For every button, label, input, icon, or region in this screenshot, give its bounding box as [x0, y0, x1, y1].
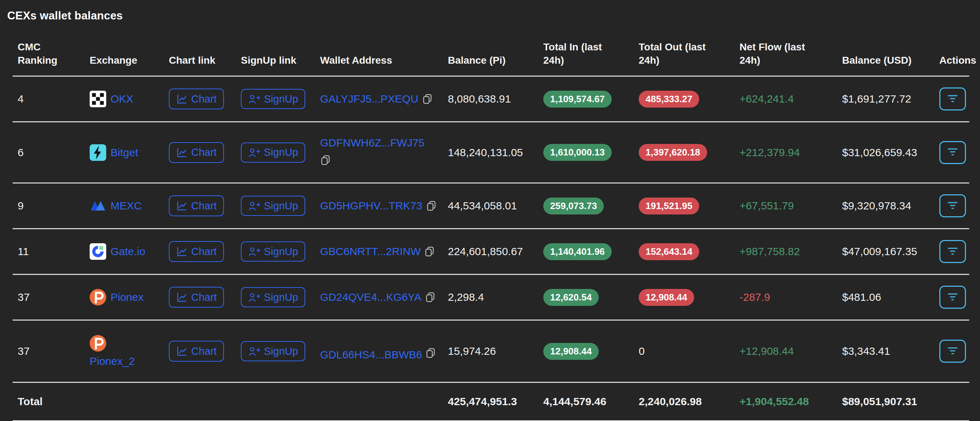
chart-link-button[interactable]: Chart: [169, 241, 224, 262]
wallet-address-link[interactable]: GD5HGPHV...TRK73: [320, 200, 422, 212]
col-header-wallet-address: Wallet Address: [315, 22, 443, 76]
copy-icon[interactable]: [422, 94, 433, 104]
net-flow-value: +624,241.4: [740, 93, 794, 105]
total-in-badge: 1,109,574.67: [543, 91, 612, 108]
total-out-badge: 485,333.27: [639, 91, 699, 108]
col-header-label: Chart link: [169, 54, 215, 67]
cmc-ranking-cell: 6: [13, 122, 84, 183]
col-header-label: Total Out (last 24h): [639, 40, 716, 67]
cmc-ranking-cell: 37: [13, 275, 84, 320]
chart-line-icon: [176, 246, 188, 257]
copy-icon[interactable]: [425, 348, 436, 358]
total-in-badge: 12,908.44: [543, 343, 599, 360]
exchange-link[interactable]: OKX: [111, 93, 133, 105]
wallet-address-cell: GDFNWH6Z...FWJ75: [320, 137, 438, 168]
col-header-total-out: Total Out (last 24h): [634, 22, 735, 76]
total-in-badge: 1,140,401.96: [543, 243, 612, 260]
filter-icon: [947, 148, 958, 157]
wallet-address-link[interactable]: GALYJFJ5...PXEQU: [320, 93, 418, 105]
signup-link-button[interactable]: SignUp: [241, 196, 305, 216]
total-out-value: 0: [639, 345, 645, 357]
net-flow-value: +12,908.44: [740, 345, 794, 357]
chart-link-button[interactable]: Chart: [169, 142, 224, 163]
actions-filter-button[interactable]: [939, 340, 966, 363]
signup-link-button[interactable]: SignUp: [241, 89, 305, 109]
chart-link-button[interactable]: Chart: [169, 195, 224, 216]
exchange-cell: Gate.io: [90, 243, 159, 260]
table-row: 11 Gate.io Chart SignUp GBC6NRTT...2RINW: [13, 229, 969, 275]
signup-button-label: SignUp: [264, 246, 298, 257]
chart-link-button[interactable]: Chart: [169, 89, 224, 110]
actions-filter-button[interactable]: [939, 194, 966, 217]
copy-icon[interactable]: [424, 246, 435, 257]
col-header-label: Exchange: [90, 54, 137, 67]
col-header-chart-link: Chart link: [164, 22, 236, 76]
exchange-link[interactable]: Gate.io: [111, 245, 145, 257]
chart-button-label: Chart: [191, 201, 217, 211]
chart-link-button[interactable]: Chart: [169, 341, 224, 362]
chart-button-label: Chart: [191, 292, 217, 303]
signup-link-button[interactable]: SignUp: [241, 341, 305, 361]
total-out-badge: 191,521.95: [639, 197, 699, 214]
chart-line-icon: [176, 93, 188, 105]
balance-usd-cell: $31,026,659.43: [837, 122, 934, 183]
bitget-icon: [90, 144, 106, 161]
okx-icon: [90, 91, 106, 107]
exchange-link[interactable]: Bitget: [111, 146, 138, 159]
exchange-cell: MEXC: [90, 197, 159, 214]
signup-button-label: SignUp: [264, 94, 298, 104]
actions-filter-button[interactable]: [939, 286, 966, 309]
actions-filter-button[interactable]: [939, 141, 966, 164]
net-flow-value: +67,551.79: [740, 200, 794, 211]
copy-icon[interactable]: [425, 292, 436, 303]
exchange-link[interactable]: Pionex_2: [90, 355, 135, 367]
user-plus-icon: [248, 246, 260, 257]
cmc-ranking-cell: 4: [13, 76, 84, 122]
signup-button-label: SignUp: [264, 147, 298, 157]
pionex-icon: [90, 335, 106, 351]
balance-usd-cell: $1,691,277.72: [837, 76, 934, 122]
signup-link-button[interactable]: SignUp: [241, 287, 305, 307]
user-plus-icon: [248, 200, 260, 211]
exchange-link[interactable]: MEXC: [111, 200, 142, 212]
signup-link-button[interactable]: SignUp: [241, 143, 305, 163]
exchange-cell: Pionex: [90, 289, 159, 305]
filter-icon: [947, 247, 958, 257]
balance-pi-cell: 224,601,850.67: [443, 229, 538, 275]
cmc-ranking-cell: 11: [13, 229, 84, 275]
total-out-value: 2,240,026.98: [634, 383, 735, 421]
col-header-net-flow: Net Flow (last 24h): [735, 22, 837, 76]
chart-button-label: Chart: [191, 94, 217, 104]
wallet-address-link[interactable]: GDFNWH6Z...FWJ75: [320, 137, 425, 149]
signup-link-button[interactable]: SignUp: [241, 241, 305, 262]
signup-button-label: SignUp: [264, 201, 298, 211]
table-header-row: CMC Ranking Exchange Chart link SignUp l…: [13, 22, 969, 76]
user-plus-icon: [248, 147, 260, 158]
wallet-address-link[interactable]: GD24QVE4...KG6YA: [320, 291, 421, 303]
chart-link-button[interactable]: Chart: [169, 287, 224, 308]
copy-icon[interactable]: [320, 155, 331, 165]
col-header-label: Balance (Pi): [448, 54, 506, 67]
user-plus-icon: [248, 292, 260, 303]
copy-icon[interactable]: [426, 200, 437, 211]
actions-filter-button[interactable]: [939, 240, 966, 263]
signup-button-label: SignUp: [264, 292, 298, 303]
actions-filter-button[interactable]: [939, 87, 966, 110]
exchange-link[interactable]: Pionex: [111, 291, 144, 303]
wallet-address-link[interactable]: GBC6NRTT...2RINW: [320, 245, 420, 257]
table-row: 6 Bitget Chart SignUp GDFNWH6Z...FWJ75: [13, 122, 969, 183]
signup-button-label: SignUp: [264, 346, 298, 357]
net-flow-value: +212,379.94: [740, 146, 800, 158]
balance-pi-cell: 148,240,131.05: [443, 122, 538, 183]
col-header-cmc-ranking: CMC Ranking: [13, 22, 84, 76]
filter-icon: [947, 201, 958, 211]
col-header-total-in: Total In (last 24h): [538, 22, 634, 76]
chart-button-label: Chart: [191, 147, 217, 157]
gateio-icon: [90, 243, 106, 260]
col-header-label: Total In (last 24h): [543, 40, 621, 67]
wallet-address-link[interactable]: GDL66HS4...BBWB6: [320, 349, 422, 361]
balance-pi-cell: 15,974.26: [443, 320, 538, 383]
balance-usd-cell: $3,343.41: [837, 320, 934, 383]
balance-pi-cell: 44,534,058.01: [443, 183, 538, 229]
cmc-ranking-cell: 37: [13, 320, 84, 383]
